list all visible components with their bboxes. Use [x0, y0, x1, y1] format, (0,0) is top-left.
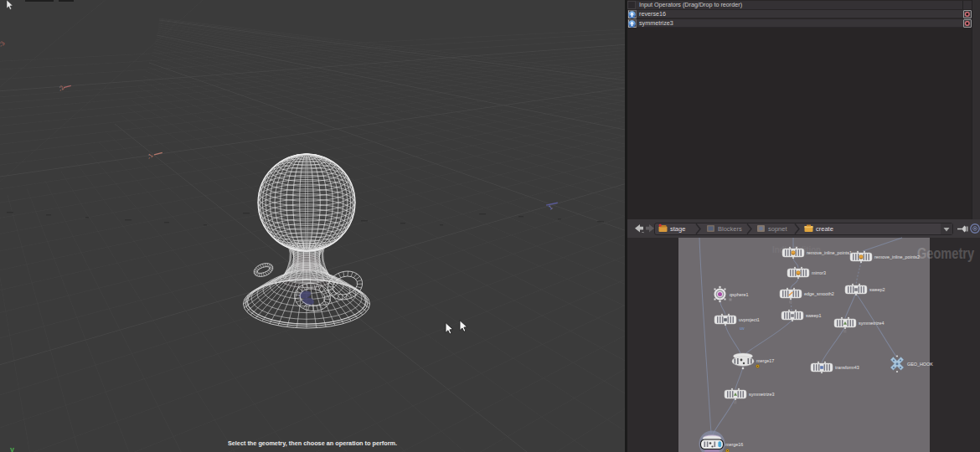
svg-text:qsphere1: qsphere1: [730, 292, 748, 297]
svg-text:Geometry: Geometry: [917, 244, 974, 262]
svg-text:edge_smooth2: edge_smooth2: [804, 291, 834, 296]
svg-text:remove_inline_points2: remove_inline_points2: [874, 254, 920, 259]
svg-text:symmetrize4: symmetrize4: [859, 321, 885, 326]
svg-text:GEO_HOOK: GEO_HOOK: [907, 362, 933, 367]
svg-text:uv: uv: [740, 326, 745, 331]
svg-text:transform43: transform43: [835, 365, 859, 370]
svg-text:uvproject1: uvproject1: [739, 317, 760, 322]
svg-text:merge16: merge16: [725, 442, 743, 447]
svg-text:remove_inline_points1: remove_inline_points1: [807, 250, 852, 255]
svg-text:sweep1: sweep1: [806, 313, 822, 318]
svg-text:symmetrize3: symmetrize3: [749, 392, 775, 397]
svg-text:merge17: merge17: [756, 358, 774, 363]
svg-text:mirror3: mirror3: [812, 270, 826, 275]
svg-text:sweep2: sweep2: [869, 287, 885, 292]
